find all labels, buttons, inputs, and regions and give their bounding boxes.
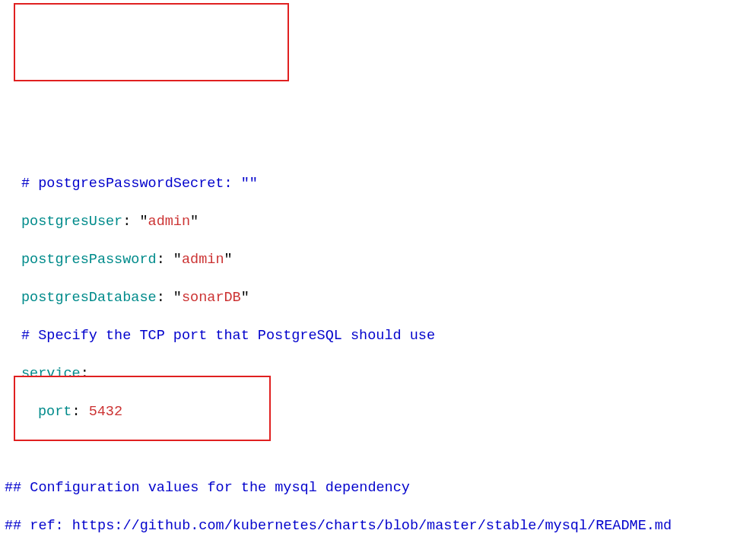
code-line: ## ref: https://github.com/kubernetes/ch… [5,516,751,535]
code-line: # Specify the TCP port that PostgreSQL s… [5,326,751,345]
code-line: # postgresPasswordSecret: "" [5,174,751,193]
code-line: port: 5432 [5,402,751,421]
highlight-box-postgres [14,3,289,81]
code-line: postgresDatabase: "sonarDB" [5,288,751,307]
code-line: ## Configuration values for the mysql de… [5,478,751,497]
code-line: postgresUser: "admin" [5,212,751,231]
code-line: service: [5,364,751,383]
code-line-blank [5,440,751,459]
code-line: postgresPassword: "admin" [5,250,751,269]
